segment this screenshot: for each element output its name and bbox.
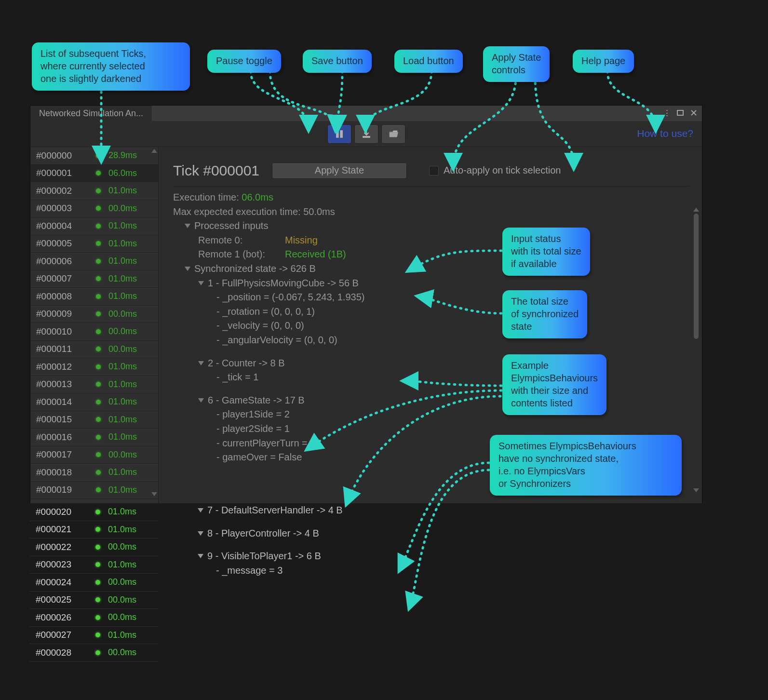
tick-ms: 00.0ms: [108, 595, 136, 605]
tick-id: #000010: [36, 326, 89, 337]
details-scrollbar[interactable]: [693, 208, 699, 492]
tick-row[interactable]: #00002701.0ms: [30, 627, 158, 645]
status-dot-icon: [96, 294, 101, 299]
tick-ms: 06.0ms: [108, 168, 137, 178]
tick-row[interactable]: #00001501.0ms: [30, 411, 158, 429]
tick-row[interactable]: #00001201.0ms: [30, 358, 158, 376]
sync-state-heading[interactable]: Synchronized state -> 626 B: [194, 263, 316, 274]
tick-ms: 00.0ms: [108, 309, 137, 319]
tick-row[interactable]: #00000401.0ms: [30, 217, 158, 235]
tick-row[interactable]: #00001700.0ms: [30, 446, 158, 464]
tick-id: #000008: [36, 291, 89, 302]
save-button[interactable]: [354, 124, 378, 144]
apply-state-button[interactable]: Apply State: [272, 162, 407, 179]
load-button[interactable]: [381, 124, 405, 144]
tick-id: #000018: [36, 467, 89, 478]
tick-row[interactable]: #00002200.0ms: [30, 538, 158, 556]
tick-ms: 01.0ms: [108, 291, 137, 301]
node-field: - _position = (-0.067, 5.243, 1.935): [216, 292, 364, 302]
tick-ms: 01.0ms: [108, 432, 137, 442]
node-title[interactable]: 6 - GameState -> 17 B: [208, 395, 305, 405]
close-icon[interactable]: [688, 108, 699, 118]
status-dot-icon: [95, 510, 100, 514]
tick-row[interactable]: #00000900.0ms: [30, 306, 158, 323]
tick-row[interactable]: #00002101.0ms: [30, 521, 158, 539]
tick-row[interactable]: #00001301.0ms: [30, 376, 158, 394]
tick-row[interactable]: #00002001.0ms: [30, 503, 158, 521]
chevron-down-icon[interactable]: [198, 531, 203, 536]
tick-row[interactable]: #00000201.0ms: [30, 182, 158, 200]
status-dot-icon: [95, 597, 100, 602]
tick-ms: 00.0ms: [108, 577, 136, 587]
status-dot-icon: [96, 259, 101, 264]
svg-rect-2: [340, 130, 342, 137]
tick-row[interactable]: #00002301.0ms: [30, 556, 158, 574]
node-title[interactable]: 9 - VisibleToPlayer1 -> 6 B: [207, 551, 321, 561]
tick-id: #000024: [36, 577, 89, 588]
node-field: - _tick = 1: [216, 372, 258, 382]
chevron-down-icon[interactable]: [198, 361, 204, 365]
status-dot-icon: [95, 545, 100, 550]
node-title[interactable]: 2 - Counter -> 8 B: [208, 358, 285, 368]
status-dot-icon: [95, 580, 100, 585]
tick-ms: 00.0ms: [108, 203, 137, 214]
tick-row[interactable]: #00000701.0ms: [30, 270, 158, 288]
tick-row[interactable]: #00000028.9ms: [30, 147, 158, 165]
tick-row[interactable]: #00000106.0ms: [30, 165, 158, 183]
tick-row[interactable]: #00000300.0ms: [30, 200, 158, 218]
tab-active[interactable]: Networked Simulation An...: [30, 106, 152, 121]
tick-header: Tick #000001 Apply State Auto-apply on t…: [173, 155, 689, 187]
chevron-down-icon[interactable]: [185, 267, 190, 271]
tick-row[interactable]: #00000501.0ms: [30, 235, 158, 253]
max-exec-label: Max expected execution time: 50.0ms: [173, 206, 335, 217]
processed-inputs-heading[interactable]: Processed inputs: [194, 220, 268, 231]
tick-row[interactable]: #00001601.0ms: [30, 429, 158, 446]
tick-list[interactable]: #00000028.9ms#00000106.0ms#00000201.0ms#…: [30, 147, 159, 503]
tick-row[interactable]: #00001000.0ms: [30, 323, 158, 341]
pause-button[interactable]: [327, 124, 351, 144]
menu-icon[interactable]: ⋮: [661, 108, 672, 118]
tick-row[interactable]: #00000601.0ms: [30, 253, 158, 270]
status-dot-icon: [96, 276, 101, 281]
tick-ms: 01.0ms: [108, 239, 137, 249]
tick-ms: 28.9ms: [108, 150, 137, 161]
chevron-down-icon[interactable]: [198, 554, 203, 558]
tick-row[interactable]: #00002800.0ms: [30, 644, 158, 662]
tick-ms: 00.0ms: [108, 647, 136, 658]
svg-rect-1: [336, 130, 338, 137]
chevron-down-icon[interactable]: [198, 281, 204, 285]
tick-id: #000028: [36, 647, 89, 658]
tick-row[interactable]: #00002600.0ms: [30, 609, 158, 627]
tick-row[interactable]: #00001401.0ms: [30, 393, 158, 411]
checkbox-icon[interactable]: [429, 166, 439, 175]
node-title[interactable]: 8 - PlayerController -> 4 B: [207, 528, 319, 538]
tick-row[interactable]: #00001901.0ms: [30, 482, 158, 499]
chevron-down-icon[interactable]: [185, 224, 190, 228]
tick-row[interactable]: #00001100.0ms: [30, 341, 158, 359]
node-field: - gameOver = False: [216, 452, 302, 462]
help-link[interactable]: How to use?: [637, 128, 693, 139]
tick-id: #000022: [36, 542, 89, 552]
tick-row[interactable]: #00002400.0ms: [30, 574, 158, 592]
node-field: - _message = 3: [216, 565, 283, 576]
node-field: - player2Side = 1: [216, 423, 290, 434]
tick-id: #000007: [36, 273, 89, 284]
node-title[interactable]: 1 - FullPhysicsMovingCube -> 56 B: [208, 278, 359, 288]
ticklist-scrollbar[interactable]: [151, 149, 157, 496]
tick-ms: 01.0ms: [108, 485, 137, 495]
chevron-down-icon[interactable]: [198, 508, 203, 512]
svg-rect-3: [363, 136, 370, 137]
status-dot-icon: [95, 527, 100, 532]
auto-apply-toggle[interactable]: Auto-apply on tick selection: [429, 165, 561, 176]
tick-row[interactable]: #00000801.0ms: [30, 288, 158, 306]
maximize-icon[interactable]: [675, 108, 686, 118]
callout-ticklist: List of subsequent Ticks, where currentl…: [32, 42, 190, 91]
tick-id: #000005: [36, 238, 89, 249]
tick-ms: 00.0ms: [108, 326, 137, 337]
tick-row[interactable]: #00002500.0ms: [30, 592, 158, 609]
chevron-down-icon[interactable]: [198, 398, 204, 403]
node-title[interactable]: 7 - DefaultServerHandler -> 4 B: [207, 505, 343, 515]
tick-row[interactable]: #00001801.0ms: [30, 464, 158, 482]
tick-id: #000025: [36, 594, 89, 605]
status-dot-icon: [96, 452, 101, 457]
